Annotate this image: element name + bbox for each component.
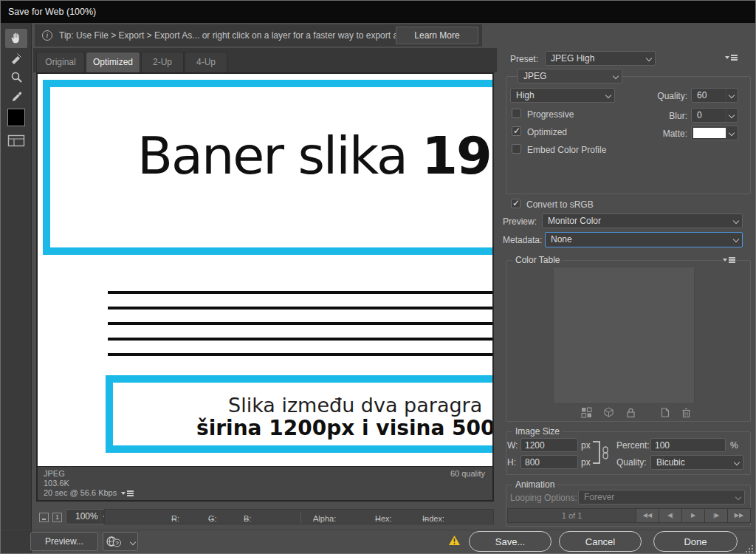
tab-4up[interactable]: 4-Up (185, 52, 227, 72)
lock-icon[interactable] (625, 407, 637, 419)
height-input[interactable] (520, 455, 578, 469)
banner-title-regular: Baner slika (137, 126, 422, 186)
previous-frame-button[interactable]: ◀| (659, 509, 681, 522)
height-unit: px (581, 457, 591, 468)
chevron-down-icon (643, 52, 655, 65)
chevron-down-icon (726, 126, 738, 140)
metadata-select[interactable]: None (545, 232, 743, 247)
width-label: W: (507, 440, 518, 451)
last-frame-button[interactable]: ▶▶ (727, 509, 750, 522)
resize-grip[interactable] (746, 545, 753, 553)
preview-select-label: Preview: (503, 216, 537, 227)
convert-to-srgb-checkbox[interactable]: ✓ (511, 199, 520, 208)
magnifier-icon (10, 71, 23, 86)
chevron-down-icon (730, 233, 742, 247)
divider (300, 512, 301, 524)
tip-bar: i Tip: Use File > Export > Export As... … (35, 24, 482, 47)
percent-label: Percent: (616, 440, 650, 451)
preview-frame: Baner slika 19 Slika između dva paragra … (36, 72, 494, 502)
text-placeholder-line (108, 322, 492, 325)
preset-panel-menu-icon[interactable] (725, 54, 738, 61)
percent-input[interactable] (650, 438, 726, 452)
status-menu-icon[interactable] (121, 490, 134, 497)
toggle-slices-button[interactable] (5, 132, 27, 151)
color-table-title: Color Table (512, 255, 563, 265)
tab-optimized[interactable]: Optimized (86, 52, 140, 73)
preview-select[interactable]: Monitor Color (542, 213, 743, 228)
chevron-down-icon (130, 539, 136, 545)
eyedropper-color-swatch[interactable] (7, 109, 25, 126)
optimized-label: Optimized (527, 127, 567, 137)
width-unit: px (581, 440, 591, 451)
preview-button[interactable]: Preview... (30, 532, 98, 551)
matte-swatch-select[interactable] (691, 126, 738, 140)
left-toolbar (1, 23, 32, 554)
optimized-preview-canvas[interactable]: Baner slika 19 Slika između dva paragra … (38, 74, 492, 466)
compression-select[interactable]: High (510, 88, 615, 103)
eyedropper-tool[interactable] (5, 88, 27, 107)
looping-options-label: Looping Options: (510, 493, 577, 503)
format-select[interactable]: JPEG (518, 69, 622, 83)
matte-label: Matte: (625, 129, 687, 139)
slices-visibility-icon (7, 134, 25, 149)
slice-number-icon[interactable]: 1 (52, 513, 62, 522)
zoom-tool[interactable] (5, 69, 27, 88)
preview-in-browser-button[interactable]: ? (103, 532, 138, 551)
tip-text: Tip: Use File > Export > Export As... or… (59, 30, 419, 41)
embed-color-profile-label: Embed Color Profile (527, 145, 606, 155)
next-frame-button[interactable]: |▶ (704, 509, 727, 522)
save-for-web-dialog: Save for Web (100%) i Tip: Use File > Ex… (0, 0, 756, 554)
frame-counter: 1 of 1 (508, 509, 636, 522)
preset-select[interactable]: JPEG High (545, 51, 656, 66)
chevron-down-icon (730, 214, 742, 228)
settings-panel: Preset: JPEG High JPEG High Quality: 60 … (500, 47, 756, 530)
slice-select-icon (10, 52, 22, 66)
tab-original[interactable]: Original (36, 52, 85, 72)
metadata-label: Metadata: (503, 235, 542, 245)
animation-playback-bar: 1 of 1 ◀◀ ◀| ▶ |▶ ▶▶ (507, 508, 751, 523)
paragraph-line-1: Slika između dva paragra (228, 394, 482, 417)
preview-status-bar: JPEG 103.6K 20 sec @ 56.6 Kbps 60 qualit… (38, 466, 492, 500)
quality-field[interactable]: 60 (691, 88, 738, 103)
chevron-down-icon (610, 69, 622, 83)
chevron-down-icon (602, 89, 614, 102)
web-shift-cube-icon[interactable] (603, 407, 615, 419)
paragraph-line-2: širina 1200px i visina 500- (196, 416, 492, 440)
learn-more-button[interactable]: Learn More (396, 27, 478, 44)
slice-visibility-toggle-icon[interactable] (39, 513, 49, 522)
tab-2up[interactable]: 2-Up (141, 52, 184, 72)
hand-tool[interactable] (5, 29, 27, 48)
svg-text:?: ? (115, 540, 119, 547)
blur-field[interactable]: 0 (691, 108, 738, 123)
text-placeholder-line (108, 291, 492, 294)
window-title: Save for Web (100%) (8, 7, 96, 17)
play-button[interactable]: ▶ (681, 509, 704, 522)
done-button[interactable]: Done (653, 531, 738, 552)
banner-title-bold: 19 (422, 126, 490, 186)
title-bar: Save for Web (100%) (1, 1, 756, 23)
convert-to-srgb-label: Convert to sRGB (526, 199, 594, 210)
new-color-icon[interactable] (659, 407, 671, 419)
resample-quality-select[interactable]: Bicubic (650, 455, 743, 470)
first-frame-button[interactable]: ◀◀ (636, 509, 659, 522)
embed-color-profile-checkbox[interactable] (512, 144, 521, 154)
hand-icon (10, 31, 23, 47)
chevron-down-icon (726, 109, 738, 122)
link-bracket (593, 441, 600, 464)
blur-label: Blur: (625, 111, 687, 121)
info-icon: i (42, 30, 52, 41)
dither-icon[interactable] (581, 407, 593, 419)
slice-select-tool[interactable] (5, 49, 27, 69)
status-format: JPEG (44, 469, 65, 478)
preset-label: Preset: (510, 54, 538, 64)
text-placeholder-line (108, 338, 492, 341)
image-size-title: Image Size (512, 426, 563, 437)
progressive-checkbox[interactable] (512, 109, 521, 118)
width-input[interactable] (520, 438, 578, 452)
optimized-checkbox[interactable]: ✓ (512, 126, 521, 136)
color-table-menu-icon[interactable] (723, 256, 735, 264)
trash-icon[interactable] (681, 407, 693, 419)
cancel-button[interactable]: Cancel (559, 531, 642, 552)
save-button[interactable]: Save... (469, 531, 551, 552)
height-label: H: (507, 457, 516, 468)
